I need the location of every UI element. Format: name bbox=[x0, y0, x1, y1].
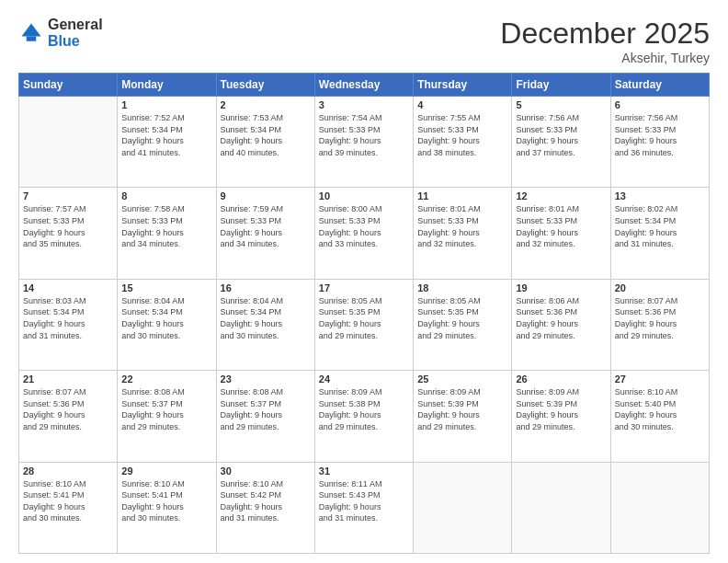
day-number: 7 bbox=[23, 190, 113, 201]
col-sunday: Sunday bbox=[19, 74, 118, 97]
table-cell: 30Sunrise: 8:10 AM Sunset: 5:42 PM Dayli… bbox=[216, 462, 314, 553]
day-number: 5 bbox=[516, 99, 606, 110]
day-info: Sunrise: 8:10 AM Sunset: 5:40 PM Dayligh… bbox=[615, 386, 705, 432]
day-number: 25 bbox=[417, 373, 507, 385]
table-cell: 29Sunrise: 8:10 AM Sunset: 5:41 PM Dayli… bbox=[118, 462, 216, 553]
title-block: December 2025 Aksehir, Turkey bbox=[500, 17, 710, 65]
table-cell: 2Sunrise: 7:53 AM Sunset: 5:34 PM Daylig… bbox=[216, 97, 314, 188]
table-cell: 15Sunrise: 8:04 AM Sunset: 5:34 PM Dayli… bbox=[118, 279, 216, 370]
table-cell bbox=[19, 97, 118, 188]
day-number: 15 bbox=[121, 282, 211, 293]
day-number: 11 bbox=[417, 190, 507, 201]
week-row-4: 21Sunrise: 8:07 AM Sunset: 5:36 PM Dayli… bbox=[19, 371, 710, 462]
day-info: Sunrise: 8:09 AM Sunset: 5:38 PM Dayligh… bbox=[319, 386, 409, 432]
day-info: Sunrise: 8:05 AM Sunset: 5:35 PM Dayligh… bbox=[319, 295, 409, 341]
table-cell: 14Sunrise: 8:03 AM Sunset: 5:34 PM Dayli… bbox=[19, 279, 118, 370]
table-cell: 7Sunrise: 7:57 AM Sunset: 5:33 PM Daylig… bbox=[19, 188, 118, 279]
table-cell: 31Sunrise: 8:11 AM Sunset: 5:43 PM Dayli… bbox=[314, 462, 413, 553]
day-number: 12 bbox=[516, 190, 606, 201]
day-number: 19 bbox=[516, 282, 606, 293]
day-info: Sunrise: 8:07 AM Sunset: 5:36 PM Dayligh… bbox=[615, 295, 705, 341]
day-number: 6 bbox=[615, 99, 705, 110]
day-number: 31 bbox=[319, 465, 409, 477]
col-monday: Monday bbox=[118, 74, 216, 97]
table-cell: 4Sunrise: 7:55 AM Sunset: 5:33 PM Daylig… bbox=[414, 97, 512, 188]
logo: General Blue bbox=[18, 17, 103, 49]
day-info: Sunrise: 7:52 AM Sunset: 5:34 PM Dayligh… bbox=[121, 112, 211, 158]
col-thursday: Thursday bbox=[414, 74, 512, 97]
day-info: Sunrise: 7:53 AM Sunset: 5:34 PM Dayligh… bbox=[221, 112, 311, 158]
table-cell bbox=[512, 462, 610, 553]
logo-blue: Blue bbox=[48, 33, 103, 50]
calendar-header-row: Sunday Monday Tuesday Wednesday Thursday… bbox=[19, 74, 710, 97]
day-info: Sunrise: 8:09 AM Sunset: 5:39 PM Dayligh… bbox=[417, 386, 507, 432]
table-cell: 28Sunrise: 8:10 AM Sunset: 5:41 PM Dayli… bbox=[19, 462, 118, 553]
day-info: Sunrise: 7:56 AM Sunset: 5:33 PM Dayligh… bbox=[615, 112, 705, 158]
main-title: December 2025 bbox=[500, 17, 710, 51]
day-number: 22 bbox=[121, 373, 211, 385]
table-cell: 20Sunrise: 8:07 AM Sunset: 5:36 PM Dayli… bbox=[610, 279, 709, 370]
table-cell: 11Sunrise: 8:01 AM Sunset: 5:33 PM Dayli… bbox=[414, 188, 512, 279]
svg-marker-0 bbox=[22, 23, 41, 36]
page: General Blue December 2025 Aksehir, Turk… bbox=[0, 0, 728, 563]
week-row-3: 14Sunrise: 8:03 AM Sunset: 5:34 PM Dayli… bbox=[19, 279, 710, 370]
day-info: Sunrise: 8:01 AM Sunset: 5:33 PM Dayligh… bbox=[516, 203, 606, 249]
table-cell: 27Sunrise: 8:10 AM Sunset: 5:40 PM Dayli… bbox=[610, 371, 709, 462]
logo-general: General bbox=[48, 17, 103, 33]
table-cell: 6Sunrise: 7:56 AM Sunset: 5:33 PM Daylig… bbox=[610, 97, 709, 188]
day-number: 16 bbox=[221, 282, 311, 293]
day-number: 29 bbox=[121, 465, 211, 477]
day-number: 10 bbox=[319, 190, 409, 201]
table-cell: 8Sunrise: 7:58 AM Sunset: 5:33 PM Daylig… bbox=[118, 188, 216, 279]
day-info: Sunrise: 8:05 AM Sunset: 5:35 PM Dayligh… bbox=[417, 295, 507, 341]
table-cell: 24Sunrise: 8:09 AM Sunset: 5:38 PM Dayli… bbox=[314, 371, 413, 462]
table-cell: 12Sunrise: 8:01 AM Sunset: 5:33 PM Dayli… bbox=[512, 188, 610, 279]
table-cell: 5Sunrise: 7:56 AM Sunset: 5:33 PM Daylig… bbox=[512, 97, 610, 188]
day-info: Sunrise: 7:55 AM Sunset: 5:33 PM Dayligh… bbox=[417, 112, 507, 158]
day-number: 3 bbox=[319, 99, 409, 110]
day-info: Sunrise: 8:08 AM Sunset: 5:37 PM Dayligh… bbox=[221, 386, 311, 432]
table-cell: 13Sunrise: 8:02 AM Sunset: 5:34 PM Dayli… bbox=[610, 188, 709, 279]
table-cell: 9Sunrise: 7:59 AM Sunset: 5:33 PM Daylig… bbox=[216, 188, 314, 279]
table-cell: 10Sunrise: 8:00 AM Sunset: 5:33 PM Dayli… bbox=[314, 188, 413, 279]
logo-text: General Blue bbox=[48, 17, 103, 49]
day-number: 23 bbox=[221, 373, 311, 385]
table-cell bbox=[610, 462, 709, 553]
day-info: Sunrise: 8:02 AM Sunset: 5:34 PM Dayligh… bbox=[615, 203, 705, 249]
day-info: Sunrise: 8:08 AM Sunset: 5:37 PM Dayligh… bbox=[121, 386, 211, 432]
day-number: 26 bbox=[516, 373, 606, 385]
day-info: Sunrise: 8:03 AM Sunset: 5:34 PM Dayligh… bbox=[23, 295, 113, 341]
day-info: Sunrise: 7:57 AM Sunset: 5:33 PM Dayligh… bbox=[23, 203, 113, 249]
table-cell: 3Sunrise: 7:54 AM Sunset: 5:33 PM Daylig… bbox=[314, 97, 413, 188]
day-info: Sunrise: 7:58 AM Sunset: 5:33 PM Dayligh… bbox=[121, 203, 211, 249]
day-info: Sunrise: 7:59 AM Sunset: 5:33 PM Dayligh… bbox=[221, 203, 311, 249]
day-number: 1 bbox=[121, 99, 211, 110]
day-info: Sunrise: 8:07 AM Sunset: 5:36 PM Dayligh… bbox=[23, 386, 113, 432]
table-cell: 26Sunrise: 8:09 AM Sunset: 5:39 PM Dayli… bbox=[512, 371, 610, 462]
day-number: 14 bbox=[23, 282, 113, 293]
day-info: Sunrise: 8:04 AM Sunset: 5:34 PM Dayligh… bbox=[221, 295, 311, 341]
day-number: 8 bbox=[121, 190, 211, 201]
day-number: 2 bbox=[221, 99, 311, 110]
day-number: 24 bbox=[319, 373, 409, 385]
day-number: 4 bbox=[417, 99, 507, 110]
day-info: Sunrise: 7:54 AM Sunset: 5:33 PM Dayligh… bbox=[319, 112, 409, 158]
table-cell: 18Sunrise: 8:05 AM Sunset: 5:35 PM Dayli… bbox=[414, 279, 512, 370]
table-cell: 16Sunrise: 8:04 AM Sunset: 5:34 PM Dayli… bbox=[216, 279, 314, 370]
week-row-2: 7Sunrise: 7:57 AM Sunset: 5:33 PM Daylig… bbox=[19, 188, 710, 279]
table-cell: 21Sunrise: 8:07 AM Sunset: 5:36 PM Dayli… bbox=[19, 371, 118, 462]
day-number: 28 bbox=[23, 465, 113, 477]
table-cell: 23Sunrise: 8:08 AM Sunset: 5:37 PM Dayli… bbox=[216, 371, 314, 462]
day-number: 21 bbox=[23, 373, 113, 385]
day-number: 27 bbox=[615, 373, 705, 385]
day-info: Sunrise: 8:01 AM Sunset: 5:33 PM Dayligh… bbox=[417, 203, 507, 249]
table-cell: 17Sunrise: 8:05 AM Sunset: 5:35 PM Dayli… bbox=[314, 279, 413, 370]
col-tuesday: Tuesday bbox=[216, 74, 314, 97]
day-number: 9 bbox=[221, 190, 311, 201]
day-info: Sunrise: 8:04 AM Sunset: 5:34 PM Dayligh… bbox=[121, 295, 211, 341]
day-info: Sunrise: 7:56 AM Sunset: 5:33 PM Dayligh… bbox=[516, 112, 606, 158]
week-row-5: 28Sunrise: 8:10 AM Sunset: 5:41 PM Dayli… bbox=[19, 462, 710, 553]
table-cell: 19Sunrise: 8:06 AM Sunset: 5:36 PM Dayli… bbox=[512, 279, 610, 370]
day-number: 20 bbox=[615, 282, 705, 293]
day-number: 17 bbox=[319, 282, 409, 293]
